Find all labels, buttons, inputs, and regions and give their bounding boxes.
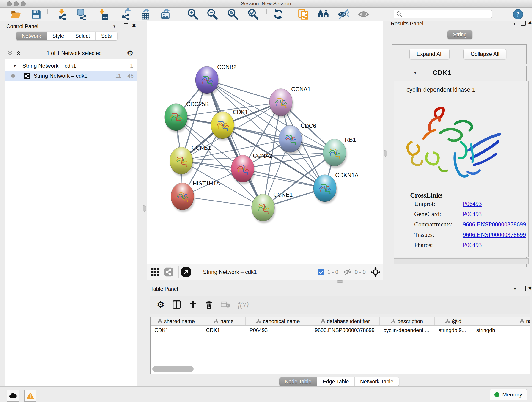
import-table-icon[interactable] <box>96 8 109 20</box>
expand-all-networks-icon[interactable] <box>7 50 13 56</box>
left-splitter[interactable] <box>142 21 147 386</box>
close-panel-icon[interactable]: ✖ <box>528 20 532 26</box>
birdseye-navigator-icon[interactable] <box>370 267 380 277</box>
hidden-eye-icon[interactable] <box>343 268 352 276</box>
save-session-icon[interactable] <box>30 8 43 20</box>
node-CDKN1A[interactable]: CDKN1A <box>313 172 359 204</box>
table-options-gear-icon[interactable]: ⚙ <box>157 300 165 310</box>
float-panel-icon[interactable] <box>124 23 128 30</box>
table-cell[interactable]: CDK1 <box>151 326 202 335</box>
network-options-gear-icon[interactable]: ⚙ <box>127 49 133 57</box>
memory-button[interactable]: Memory <box>490 389 527 400</box>
node-HIST1H1A[interactable]: HIST1H1A <box>171 180 220 212</box>
zoom-selected-icon[interactable] <box>247 8 259 20</box>
column-header-shared-name[interactable]: shared name <box>151 317 202 325</box>
protein-section-header[interactable]: ▼ CDK1 <box>392 66 526 80</box>
network-graph[interactable]: CCNB2CCNA1CDC25BCDK1CDC6RB1CCNB1CCNA2CDK… <box>147 21 383 264</box>
collapse-all-networks-icon[interactable] <box>16 50 22 56</box>
import-network-file-icon[interactable] <box>56 8 69 20</box>
network-view-icon[interactable] <box>164 267 173 277</box>
selected-checkbox-icon[interactable] <box>318 269 325 275</box>
node-CCNB2[interactable]: CCNB2 <box>196 64 237 96</box>
cloud-button[interactable] <box>7 390 19 402</box>
network-collection-row[interactable]: ▼ String Network – cdk1 1 <box>5 61 137 71</box>
column-header-database-identifier[interactable]: database identifier <box>311 317 380 325</box>
tab-edge-table[interactable]: Edge Table <box>317 377 355 386</box>
crosslink-link[interactable]: P06493 <box>463 211 522 218</box>
export-network-icon[interactable] <box>120 8 133 20</box>
collapse-section-icon[interactable]: ▼ <box>413 71 417 75</box>
collapse-all-button[interactable]: Collapse All <box>463 49 506 59</box>
network-canvas[interactable]: CCNB2CCNA1CDC25BCDK1CDC6RB1CCNB1CCNA2CDK… <box>147 21 383 264</box>
detach-view-icon[interactable] <box>181 267 191 277</box>
tab-select[interactable]: Select <box>70 32 96 40</box>
column-header--id[interactable]: @id <box>435 317 472 325</box>
network-row[interactable]: String Network – cdk1 11 48 <box>5 71 137 81</box>
toolbar-divider <box>177 9 178 19</box>
close-panel-icon[interactable]: ✖ <box>528 286 532 291</box>
node-CDC6[interactable]: CDC6 <box>279 123 316 154</box>
close-panel-icon[interactable]: ✖ <box>132 23 136 28</box>
zoom-in-icon[interactable] <box>186 8 199 20</box>
tab-network-table[interactable]: Network Table <box>355 377 399 386</box>
float-panel-icon[interactable] <box>521 21 526 27</box>
crosslink-link[interactable]: P06493 <box>463 242 522 249</box>
crosslink-link[interactable]: P06493 <box>463 200 522 207</box>
tab-style[interactable]: Style <box>47 32 70 40</box>
search-field[interactable] <box>394 10 492 18</box>
delete-column-icon[interactable] <box>205 300 213 309</box>
crosslink-link[interactable]: 9606.ENSP00000378699 <box>463 231 522 238</box>
zoom-fit-icon[interactable] <box>226 8 239 20</box>
import-network-database-icon[interactable] <box>75 8 88 20</box>
help-icon[interactable]: ? <box>512 8 525 20</box>
crosslink-link[interactable]: 9606.ENSP00000378699 <box>463 221 522 228</box>
results-tab-string[interactable]: String <box>447 30 472 39</box>
refresh-icon[interactable] <box>272 8 285 20</box>
node-CCNE1[interactable]: CCNE1 <box>252 191 293 223</box>
table-cell[interactable]: P06493 <box>246 326 311 335</box>
tab-sets[interactable]: Sets <box>95 32 117 40</box>
panel-menu-icon[interactable]: ▼ <box>513 21 516 26</box>
table-cell[interactable]: stringdb <box>472 326 530 335</box>
nested-networks-icon[interactable] <box>317 8 330 20</box>
node-table[interactable]: shared namenamecanonical namedatabase id… <box>150 317 530 374</box>
results-scrollbar[interactable] <box>394 258 529 264</box>
show-columns-icon[interactable] <box>172 300 181 309</box>
column-header-description[interactable]: description <box>380 317 435 325</box>
export-table-icon[interactable] <box>139 8 152 20</box>
add-column-icon[interactable] <box>189 300 197 309</box>
warning-button[interactable] <box>24 390 36 402</box>
tab-network[interactable]: Network <box>16 32 47 40</box>
table-cell[interactable]: 9606.ENSP00000378699 <box>311 326 380 335</box>
panel-menu-icon[interactable]: ▼ <box>113 24 116 29</box>
edge-CCNB2-CCNE1[interactable] <box>207 80 263 208</box>
table-row[interactable]: CDK1CDK1P064939606.ENSP00000378699cyclin… <box>151 326 530 335</box>
collection-count: 1 <box>130 63 133 69</box>
column-header-name[interactable]: name <box>202 317 246 325</box>
grid-view-icon[interactable] <box>151 267 160 277</box>
table-cell[interactable]: CDK1 <box>202 326 246 335</box>
panel-menu-icon[interactable]: ▼ <box>513 287 517 292</box>
table-hscrollbar[interactable] <box>152 366 194 372</box>
network-view-toolbar: String Network – cdk1 1 - 0 0 - 0 <box>147 264 383 280</box>
search-input[interactable] <box>402 11 488 17</box>
show-hide-icon[interactable] <box>337 8 350 20</box>
float-panel-icon[interactable] <box>521 286 526 292</box>
export-image-icon[interactable] <box>159 8 172 20</box>
node-CCNA1[interactable]: CCNA1 <box>269 86 311 118</box>
open-file-icon[interactable] <box>10 8 22 20</box>
clone-network-icon[interactable] <box>298 8 310 20</box>
node-RB1[interactable]: RB1 <box>323 136 356 168</box>
table-cell[interactable]: cyclin-dependent ... <box>380 326 435 335</box>
column-header-namespace[interactable]: namespace <box>472 317 530 325</box>
zoom-out-icon[interactable] <box>206 8 219 20</box>
window-title: Session: New Session <box>0 1 532 7</box>
collection-expand-icon[interactable]: ▼ <box>13 64 17 68</box>
column-header-canonical-name[interactable]: canonical name <box>246 317 311 325</box>
tab-node-table[interactable]: Node Table <box>279 377 317 386</box>
right-splitter[interactable] <box>383 21 387 282</box>
table-cell[interactable]: stringdb:9... <box>435 326 472 335</box>
node-CCNB1[interactable]: CCNB1 <box>170 144 211 176</box>
results-protein-box: ▼ CDK1 cyclin-dependent kinase 1 <box>392 65 526 267</box>
expand-all-button[interactable]: Expand All <box>409 49 450 59</box>
